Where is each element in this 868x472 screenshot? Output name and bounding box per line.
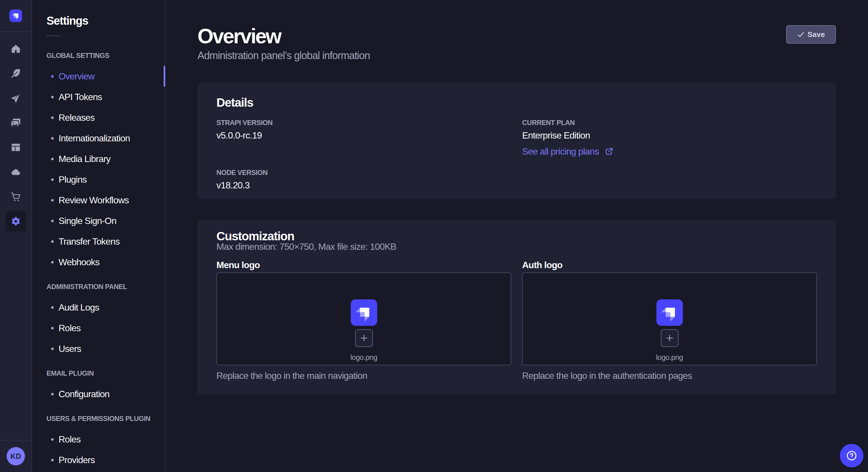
bullet-icon [51,137,54,140]
details-card: Details STRAPI VERSION v5.0.0-rc.19 NODE… [197,82,836,199]
menu-logo-hint: Replace the logo in the main navigation [216,369,511,382]
bullet-icon [51,459,54,461]
rail-bottom: KD [0,440,32,472]
subnav-item-admin-roles[interactable]: Roles [33,318,165,338]
field-label: NODE VERSION [216,168,511,177]
bullet-icon [51,240,54,243]
customization-subtext: Max dimension: 750×750, Max file size: 1… [216,240,817,254]
menu-logo-field: Menu logo logo.png Replace the logo in t… [216,259,511,382]
rail-item-settings[interactable] [5,211,26,232]
field-label: CURRENT PLAN [522,118,817,127]
main-nav-rail: KD [0,0,32,472]
subnav-item-admin-users[interactable]: Users [33,338,165,359]
rail-item-content-type-builder[interactable] [5,63,26,84]
rail-item-cloud[interactable] [5,162,26,182]
field-current-plan: CURRENT PLAN Enterprise Edition See all … [522,118,817,158]
auth-logo-field: Auth logo logo.png Replace the logo in t… [522,259,817,382]
field-strapi-version: STRAPI VERSION v5.0.0-rc.19 [216,118,511,142]
bullet-icon [51,178,54,181]
field-value: v18.20.3 [216,178,511,192]
rail-item-deploy[interactable] [5,88,26,108]
page-header: Overview Administration panel’s global i… [197,0,836,63]
menu-logo-label: Menu logo [216,259,511,271]
app-window: KD Settings GLOBAL SETTINGS Overview API… [0,0,868,472]
subnav-item-transfer-tokens[interactable]: Transfer Tokens [33,231,165,252]
bullet-icon [51,116,54,119]
subnav-item-up-providers[interactable]: Providers [33,450,165,470]
subnav-item-api-tokens[interactable]: API Tokens [33,87,165,107]
page-subtitle: Administration panel’s global informatio… [197,49,836,63]
strapi-logo-icon[interactable] [9,9,22,22]
rail-item-content-manager[interactable] [5,137,26,158]
gear-icon [11,216,21,227]
subnav-item-audit-logs[interactable]: Audit Logs [33,297,165,318]
auth-logo-input: logo.png [522,272,817,365]
rail-item-home[interactable] [5,38,26,59]
auth-logo-hint: Replace the logo in the authentication p… [522,369,817,382]
field-value: Enterprise Edition [522,129,817,142]
field-node-version: NODE VERSION v18.20.3 [216,168,511,192]
subnav-item-internationalization[interactable]: Internationalization [33,128,165,148]
bullet-icon [51,327,54,330]
field-label: STRAPI VERSION [216,118,511,127]
strapi-logo-preview [656,299,683,326]
subnav-section-label: USERS & PERMISSIONS PLUGIN [46,414,165,423]
subnav-title: Settings [46,12,165,29]
pricing-plans-link[interactable]: See all pricing plans [522,144,613,158]
customization-card: Customization Max dimension: 750×750, Ma… [197,220,836,395]
field-value: v5.0.0-rc.19 [216,129,511,142]
bullet-icon [51,220,54,222]
feather-icon [10,68,21,79]
rail-item-marketplace[interactable] [5,187,26,207]
subnav-section-label: EMAIL PLUGIN [46,369,165,378]
paper-plane-icon [10,93,21,103]
subnav-section-label: ADMINISTRATION PANEL [46,282,165,291]
bullet-icon [51,438,54,441]
subnav-item-webhooks[interactable]: Webhooks [33,252,165,272]
subnav-item-overview[interactable]: Overview [33,66,165,87]
main-content: Overview Administration panel’s global i… [165,0,868,472]
bullet-icon [51,347,54,350]
strapi-logo-preview [351,299,377,326]
user-avatar[interactable]: KD [7,447,25,465]
external-link-icon [605,147,613,156]
subnav-item-review-workflows[interactable]: Review Workflows [33,190,165,210]
subnav-item-single-sign-on[interactable]: Single Sign-On [33,210,165,231]
menu-logo-input: logo.png [216,272,511,365]
bullet-icon [51,75,54,78]
cart-icon [10,191,21,202]
bullet-icon [51,96,54,98]
auth-logo-filename: logo.png [523,351,816,363]
bullet-icon [51,261,54,264]
details-heading: Details [216,82,817,111]
menu-logo-filename: logo.png [217,351,510,363]
workspace-logo-wrap [0,0,32,32]
bullet-icon [51,306,54,309]
plus-icon [360,334,368,342]
add-menu-logo-button[interactable] [355,329,373,347]
check-icon [797,31,805,38]
bullet-icon [51,158,54,160]
layout-icon [11,142,21,153]
page-title: Overview [197,24,836,49]
home-icon [11,43,21,54]
auth-logo-label: Auth logo [522,259,817,271]
subnav-item-plugins[interactable]: Plugins [33,169,165,190]
subnav-item-media-library[interactable]: Media Library [33,148,165,169]
help-button[interactable] [840,444,863,467]
rail-nav-items [5,38,26,232]
save-button[interactable]: Save [786,25,836,43]
question-mark-icon [845,449,858,462]
media-icon [10,117,21,128]
subnav-item-email-configuration[interactable]: Configuration [33,384,165,404]
cloud-icon [10,167,21,177]
settings-subnav: Settings GLOBAL SETTINGS Overview API To… [33,0,165,472]
subnav-divider [46,36,60,36]
subnav-item-releases[interactable]: Releases [33,107,165,128]
subnav-section-label: GLOBAL SETTINGS [46,51,165,60]
rail-item-media-library[interactable] [5,112,26,133]
subnav-item-up-roles[interactable]: Roles [33,429,165,450]
add-auth-logo-button[interactable] [661,329,679,347]
bullet-icon [51,199,54,202]
bullet-icon [51,393,54,396]
